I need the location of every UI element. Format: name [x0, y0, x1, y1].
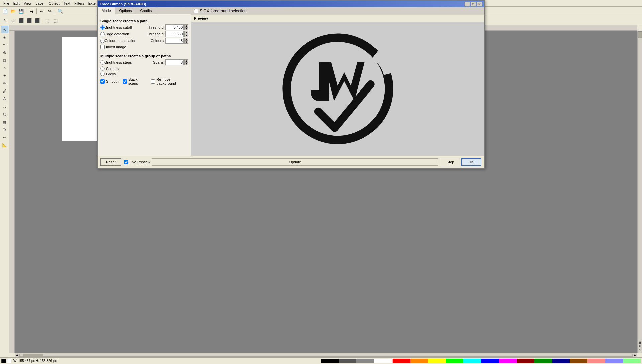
edge-spin-up[interactable]: ▲ [184, 31, 188, 34]
align-right-btn[interactable]: ⬛ [33, 17, 41, 24]
node-tool[interactable]: ◇ [9, 17, 17, 24]
dialog-close-btn[interactable]: ✕ [477, 2, 482, 6]
palette-pink[interactable] [587, 359, 605, 363]
smooth-checkbox[interactable] [100, 79, 105, 84]
palette-dark-red[interactable] [517, 359, 534, 363]
greys-radio[interactable] [100, 72, 105, 76]
circle-tool[interactable]: ○ [1, 64, 8, 72]
stop-button[interactable]: Stop [441, 158, 460, 166]
reset-button[interactable]: Reset [100, 158, 121, 166]
fill-tool[interactable]: ⬡ [1, 111, 8, 118]
palette-dark-gray[interactable] [339, 359, 356, 363]
scroll-left-btn[interactable]: ◄ [15, 353, 19, 357]
remove-bg-checkbox[interactable] [151, 79, 155, 84]
scrollbar-vertical[interactable]: ▦ ≡ ∿ [637, 31, 642, 353]
scroll-thumb-v[interactable] [638, 31, 642, 38]
colours-radio[interactable] [100, 66, 105, 71]
edge-threshold-input[interactable] [165, 31, 184, 37]
connector-tool[interactable]: ↔ [1, 134, 8, 141]
pencil-tool[interactable]: ✏ [1, 80, 8, 87]
colours-count-input[interactable] [165, 38, 184, 44]
scroll-thumb-h[interactable] [23, 354, 43, 356]
siox-checkbox[interactable] [194, 9, 198, 13]
brightness-spin-down[interactable]: ▼ [184, 27, 188, 30]
palette-black[interactable] [321, 359, 339, 363]
right-panel-icon-2[interactable]: ≡ [639, 345, 641, 348]
palette-green[interactable] [446, 359, 463, 363]
dialog-titlebar[interactable]: Trace Bitmap (Shift+Alt+B) _ □ ✕ [98, 1, 484, 7]
new-button[interactable]: 📄 [1, 8, 9, 15]
palette-magenta[interactable] [499, 359, 517, 363]
live-preview-checkbox[interactable] [124, 160, 128, 164]
menu-layer[interactable]: Layer [33, 1, 47, 6]
measure-tool[interactable]: 📐 [1, 141, 8, 149]
flip-v-btn[interactable]: ⬚ [52, 17, 59, 24]
palette-brown[interactable] [570, 359, 587, 363]
brightness-spin-up[interactable]: ▲ [184, 24, 188, 27]
update-button[interactable]: Update [152, 158, 438, 166]
brightness-steps-radio[interactable] [100, 60, 105, 65]
right-panel-icon-1[interactable]: ▦ [639, 341, 641, 344]
align-left-btn[interactable]: ⬛ [17, 17, 25, 24]
zoom-button[interactable]: 🔍 [57, 8, 64, 15]
scans-input[interactable] [165, 59, 184, 65]
node-edit-tool[interactable]: ◈ [1, 34, 8, 41]
gradient-tool[interactable]: ▦ [1, 118, 8, 126]
palette-yellow[interactable] [428, 359, 446, 363]
dialog-minimize-btn[interactable]: _ [465, 2, 470, 6]
palette-light-blue[interactable] [605, 359, 623, 363]
scroll-right-btn[interactable]: ► [633, 353, 637, 357]
brightness-cutoff-radio[interactable] [100, 25, 105, 30]
menu-filters[interactable]: Filters [72, 1, 86, 6]
menu-file[interactable]: File [1, 1, 11, 6]
palette-red[interactable] [393, 359, 410, 363]
undo-button[interactable]: ↩ [38, 8, 45, 15]
palette-light-green[interactable] [623, 359, 641, 363]
menu-view[interactable]: View [22, 1, 34, 6]
colour-quant-radio[interactable] [100, 39, 105, 43]
color-palette[interactable] [321, 359, 641, 363]
star-tool[interactable]: ✦ [1, 72, 8, 79]
open-button[interactable]: 📂 [9, 8, 17, 15]
brightness-threshold-input[interactable] [165, 24, 184, 30]
text-tool[interactable]: A [1, 95, 8, 103]
flip-h-btn[interactable]: ⬚ [44, 17, 51, 24]
zoom-tool[interactable]: ⊕ [1, 49, 8, 56]
palette-white[interactable] [374, 359, 393, 363]
scroll-track-h[interactable] [19, 354, 633, 357]
colours-spin-up[interactable]: ▲ [184, 38, 188, 41]
palette-dark-blue[interactable] [552, 359, 570, 363]
eyedropper-tool[interactable]: 🖰 [1, 126, 8, 133]
print-button[interactable]: 🖨 [28, 8, 35, 15]
tab-credits[interactable]: Credits [136, 7, 156, 14]
palette-cyan[interactable] [463, 359, 481, 363]
pen-tool[interactable]: 🖊 [1, 87, 8, 95]
edge-detection-radio[interactable] [100, 32, 105, 36]
right-panel-icon-3[interactable]: ∿ [639, 348, 641, 351]
tab-options[interactable]: Options [115, 7, 136, 14]
scans-spin-up[interactable]: ▲ [184, 59, 188, 62]
palette-dark-green[interactable] [534, 359, 552, 363]
select-tool[interactable]: ↖ [1, 17, 9, 24]
scrollbar-horizontal[interactable]: ◄ ► [15, 353, 637, 357]
invert-checkbox[interactable] [100, 45, 105, 49]
menu-text[interactable]: Text [62, 1, 72, 6]
tweak-tool[interactable]: 〜 [1, 41, 8, 49]
redo-button[interactable]: ↪ [46, 8, 54, 15]
stack-scans-checkbox[interactable] [123, 79, 127, 84]
dialog-maximize-btn[interactable]: □ [471, 2, 476, 6]
edge-spin-down[interactable]: ▼ [184, 34, 188, 37]
fill-color-swatch[interactable] [1, 359, 6, 363]
save-button[interactable]: 💾 [17, 8, 25, 15]
palette-gray[interactable] [356, 359, 374, 363]
stroke-color-swatch[interactable] [7, 359, 11, 363]
spray-tool[interactable]: ∷ [1, 103, 8, 110]
scans-spin-down[interactable]: ▼ [184, 62, 188, 65]
colours-spin-down[interactable]: ▼ [184, 41, 188, 44]
menu-edit[interactable]: Edit [11, 1, 22, 6]
align-center-btn[interactable]: ⬛ [25, 17, 33, 24]
palette-blue[interactable] [481, 359, 499, 363]
menu-object[interactable]: Object [47, 1, 62, 6]
palette-orange[interactable] [410, 359, 428, 363]
ok-button[interactable]: OK [461, 158, 482, 166]
